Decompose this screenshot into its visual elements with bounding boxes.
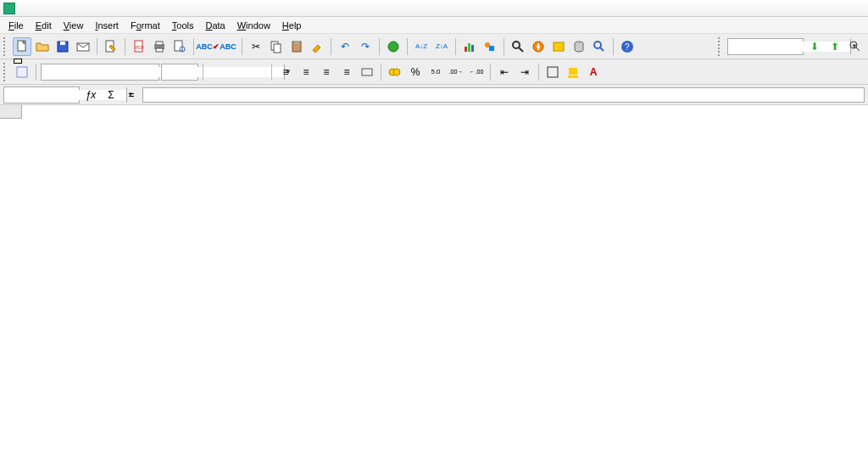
gallery-button[interactable] xyxy=(549,37,568,56)
bgcolor-button[interactable] xyxy=(564,63,582,81)
app-icon xyxy=(3,3,15,14)
svg-rect-9 xyxy=(156,48,163,52)
function-button[interactable]: = xyxy=(122,86,141,104)
align-center-button[interactable]: ≡ xyxy=(297,63,315,81)
svg-point-32 xyxy=(850,42,857,48)
select-all-corner[interactable] xyxy=(0,105,22,119)
cut-button[interactable]: ✂ xyxy=(247,37,265,56)
find-replace-button[interactable] xyxy=(509,37,527,56)
function-wizard-button[interactable]: ƒx xyxy=(81,86,100,104)
svg-text:?: ? xyxy=(625,42,630,52)
svg-line-29 xyxy=(600,47,604,51)
hyperlink-button[interactable] xyxy=(384,37,403,56)
find-next-button[interactable]: ⬇ xyxy=(805,37,824,56)
grip-icon xyxy=(718,37,723,56)
font-size-select[interactable]: ▼ xyxy=(161,64,198,81)
menu-file[interactable]: File xyxy=(3,19,29,32)
menu-insert[interactable]: Insert xyxy=(90,19,124,32)
svg-rect-39 xyxy=(568,75,578,78)
svg-rect-13 xyxy=(274,44,281,53)
formula-bar: ▼ ƒx Σ = xyxy=(0,85,868,105)
increase-indent-button[interactable]: ⇥ xyxy=(515,63,534,81)
datasources-button[interactable] xyxy=(570,37,588,56)
redo-button[interactable]: ↷ xyxy=(356,37,375,56)
svg-text:PDF: PDF xyxy=(136,45,144,50)
merge-cells-button[interactable] xyxy=(358,63,376,81)
font-name-select[interactable]: ▼ xyxy=(41,64,159,81)
menu-tools[interactable]: Tools xyxy=(167,19,199,32)
align-right-button[interactable]: ≡ xyxy=(317,63,336,81)
preview-button[interactable] xyxy=(170,37,189,56)
save-button[interactable] xyxy=(53,37,72,56)
sum-button[interactable]: Σ xyxy=(102,86,120,104)
borders-button[interactable] xyxy=(543,63,562,81)
export-pdf-button[interactable]: PDF xyxy=(130,37,148,56)
find-all-button[interactable] xyxy=(846,37,865,56)
standard-format-button[interactable]: 5.0 xyxy=(426,63,445,81)
find-prev-button[interactable]: ⬆ xyxy=(826,37,844,56)
new-button[interactable] xyxy=(13,37,31,56)
formatting-toolbar: ▼ ▼ ≡ ≡ ≡ ≡ % 5.0 .00→ ←.00 ⇤ ⇥ A xyxy=(0,59,868,85)
menu-view[interactable]: View xyxy=(58,19,89,32)
open-button[interactable] xyxy=(33,37,52,56)
svg-rect-15 xyxy=(294,41,299,43)
sort-desc-button[interactable]: Z↓A xyxy=(432,37,451,56)
cell-reference-box[interactable]: ▼ xyxy=(3,87,80,103)
title-bar xyxy=(0,0,868,17)
styles-button[interactable] xyxy=(13,63,31,81)
formula-input[interactable] xyxy=(142,87,865,103)
show-draw-button[interactable] xyxy=(481,37,499,56)
del-decimal-button[interactable]: ←.00 xyxy=(467,63,486,81)
standard-toolbar: PDF ABC✔ ABC ✂ ↶ ↷ A↓Z Z↓A ? ▼ ⬇ ⬆ xyxy=(0,34,868,59)
help-button[interactable]: ? xyxy=(618,37,637,56)
spreadsheet-area[interactable] xyxy=(0,105,868,469)
undo-button[interactable]: ↶ xyxy=(336,37,354,56)
add-decimal-button[interactable]: .00→ xyxy=(447,63,465,81)
svg-point-16 xyxy=(388,42,398,52)
zoom-button[interactable] xyxy=(590,37,609,56)
copy-button[interactable] xyxy=(267,37,286,56)
svg-point-22 xyxy=(513,42,520,48)
svg-rect-26 xyxy=(554,42,564,51)
find-toolbar-input[interactable]: ▼ xyxy=(727,38,804,55)
navigator-button[interactable] xyxy=(529,37,548,56)
svg-rect-2 xyxy=(60,42,65,45)
print-button[interactable] xyxy=(150,37,169,56)
menu-format[interactable]: Format xyxy=(125,19,165,32)
decrease-indent-button[interactable]: ⇤ xyxy=(495,63,514,81)
paste-button[interactable] xyxy=(287,37,306,56)
svg-line-33 xyxy=(856,47,860,51)
percent-button[interactable]: % xyxy=(406,63,425,81)
format-paintbrush-button[interactable] xyxy=(308,37,326,56)
fontcolor-button[interactable]: A xyxy=(584,63,603,81)
font-name-input[interactable] xyxy=(42,67,164,77)
chart-button[interactable] xyxy=(460,37,479,56)
svg-rect-21 xyxy=(489,46,494,51)
svg-rect-10 xyxy=(175,41,182,51)
menu-edit[interactable]: Edit xyxy=(31,19,57,32)
svg-rect-38 xyxy=(548,67,558,77)
edit-file-button[interactable] xyxy=(102,37,120,56)
svg-rect-19 xyxy=(471,45,474,52)
align-left-button[interactable]: ≡ xyxy=(276,63,295,81)
menu-data[interactable]: Data xyxy=(200,19,230,32)
svg-point-37 xyxy=(393,69,400,75)
autospell-button[interactable]: ABC xyxy=(219,37,237,56)
bold-button[interactable] xyxy=(208,63,226,81)
svg-rect-8 xyxy=(156,42,163,45)
menu-help[interactable]: Help xyxy=(277,19,307,32)
menu-bar: File Edit View Insert Format Tools Data … xyxy=(0,17,868,34)
spellcheck-button[interactable]: ABC✔ xyxy=(198,37,217,56)
menu-window[interactable]: Window xyxy=(232,19,275,32)
sort-asc-button[interactable]: A↓Z xyxy=(412,37,431,56)
currency-button[interactable] xyxy=(386,63,404,81)
italic-button[interactable] xyxy=(228,63,247,81)
underline-button[interactable] xyxy=(248,63,267,81)
align-justify-button[interactable]: ≡ xyxy=(337,63,356,81)
tooltip-new xyxy=(14,59,22,64)
svg-rect-34 xyxy=(17,67,27,77)
email-button[interactable] xyxy=(74,37,92,56)
grip-icon xyxy=(3,37,8,56)
svg-line-23 xyxy=(519,47,523,52)
grip-icon xyxy=(3,63,8,81)
